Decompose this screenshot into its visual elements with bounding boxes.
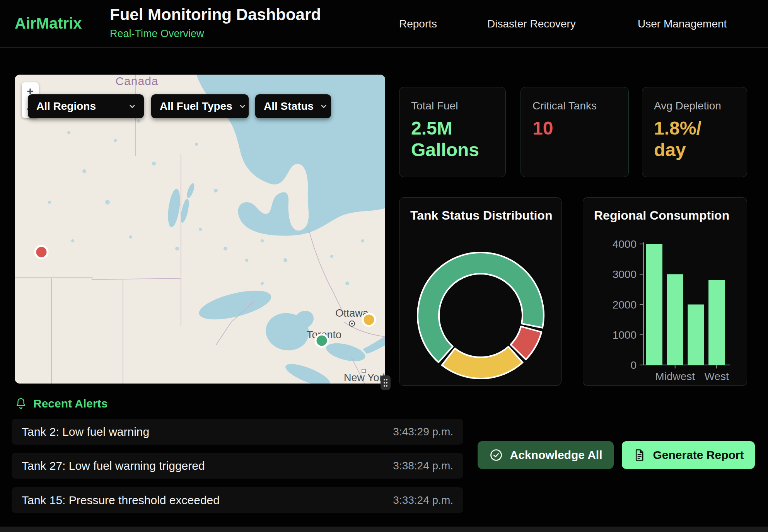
nav-reports[interactable]: Reports (399, 0, 437, 48)
svg-text:Midwest: Midwest (655, 370, 695, 382)
status-filter-dropdown[interactable]: All Status (255, 94, 331, 118)
acknowledge-all-button[interactable]: Acknowledge All (478, 441, 614, 469)
alert-text: Tank 2: Low fuel warning (22, 425, 149, 438)
alert-text: Tank 15: Pressure threshold exceeded (22, 494, 220, 507)
svg-text:1000: 1000 (613, 329, 637, 341)
stat-card-total-fuel: Total Fuel 2.5MGallons (399, 87, 506, 177)
stat-value: 1.8%/day (654, 118, 735, 161)
alert-text: Tank 27: Low fuel warning triggered (22, 459, 205, 472)
stat-label: Total Fuel (411, 100, 494, 112)
page-subtitle: Real-Time Overview (110, 28, 204, 40)
app-logo[interactable]: AirMatrix (15, 15, 82, 32)
svg-text:2000: 2000 (613, 299, 637, 311)
nav-disaster-recovery[interactable]: Disaster Recovery (487, 0, 576, 48)
map[interactable]: Canada Ottawa Toronto New York + − All R… (15, 75, 385, 384)
alert-time: 3:33:24 p.m. (393, 494, 453, 506)
svg-text:3000: 3000 (613, 268, 637, 280)
chevron-down-icon (129, 104, 135, 108)
tank-status-donut-chart (399, 198, 562, 386)
generate-report-button[interactable]: Generate Report (622, 441, 755, 469)
check-circle-icon (489, 448, 503, 462)
recent-alerts-title: Recent Alerts (33, 397, 108, 410)
drag-handle-icon[interactable] (381, 375, 391, 390)
stat-card-avg-depletion: Avg Depletion 1.8%/day (642, 87, 747, 177)
regional-consumption-card: 01000200030004000MidwestWest Regional Co… (583, 197, 747, 386)
alert-row: Tank 27: Low fuel warning triggered 3:38… (12, 453, 463, 479)
fuel-types-filter-value: All Fuel Types (160, 100, 232, 113)
chevron-down-icon (321, 104, 327, 108)
tank-marker-critical[interactable] (35, 246, 48, 258)
chart-title: Regional Consumption (594, 208, 729, 223)
map-canvas: Canada Ottawa Toronto New York (15, 75, 385, 384)
document-icon (633, 448, 646, 462)
svg-text:West: West (704, 370, 729, 382)
footer-bar (0, 527, 768, 532)
recent-alerts-header: Recent Alerts (15, 395, 108, 412)
alert-row: Tank 2: Low fuel warning 3:43:29 p.m. (12, 419, 463, 445)
tank-status-distribution-card: Tank Status Distribution (399, 197, 561, 386)
tank-marker-warning[interactable] (363, 314, 375, 326)
regions-filter-dropdown[interactable]: All Regions (28, 94, 144, 118)
alert-row: Tank 15: Pressure threshold exceeded 3:3… (12, 487, 463, 513)
fuel-monitoring-dashboard: AirMatrix Fuel Monitoring Dashboard Real… (0, 0, 768, 532)
ottawa-town-marker-dot (351, 323, 353, 325)
chevron-down-icon (239, 104, 246, 108)
map-label-new-york: New York (344, 372, 385, 384)
svg-text:4000: 4000 (613, 238, 637, 250)
stat-label: Critical Tanks (532, 100, 617, 112)
alert-time: 3:43:29 p.m. (393, 426, 453, 438)
header: AirMatrix Fuel Monitoring Dashboard Real… (0, 0, 768, 48)
regional-consumption-bar-chart: 01000200030004000MidwestWest (583, 198, 748, 386)
regions-filter-value: All Regions (36, 100, 96, 113)
chart-title: Tank Status Distribution (410, 208, 552, 223)
page-title: Fuel Monitoring Dashboard (110, 5, 321, 24)
stat-card-critical-tanks: Critical Tanks 10 (521, 87, 629, 177)
status-filter-value: All Status (264, 100, 314, 113)
alert-time: 3:38:24 p.m. (393, 460, 453, 472)
nav-user-management[interactable]: User Management (638, 0, 727, 48)
fuel-types-filter-dropdown[interactable]: All Fuel Types (151, 94, 249, 118)
bell-icon (15, 397, 27, 410)
stat-label: Avg Depletion (654, 100, 735, 112)
tank-marker-normal[interactable] (316, 334, 328, 347)
svg-text:0: 0 (630, 359, 637, 371)
stat-value: 10 (532, 118, 617, 139)
map-label-canada: Canada (115, 75, 158, 87)
stat-value: 2.5MGallons (411, 118, 494, 161)
